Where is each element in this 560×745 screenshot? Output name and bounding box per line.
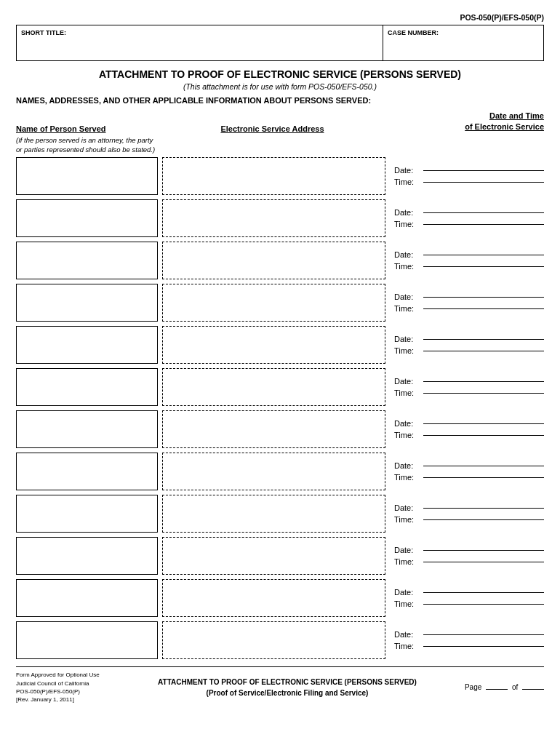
address-cell[interactable] xyxy=(162,368,385,406)
approved-label: Form Approved for Optional Use xyxy=(16,671,125,679)
address-cell[interactable] xyxy=(162,410,385,448)
time-underline[interactable] xyxy=(423,562,544,562)
table-row: Date: Time: xyxy=(16,410,544,448)
name-cell[interactable] xyxy=(16,453,158,490)
time-line: Time: xyxy=(394,557,544,566)
table-row: Date: Time: xyxy=(16,284,544,322)
date-label: Date: xyxy=(394,630,420,639)
page-number-underline xyxy=(486,689,508,690)
time-label: Time: xyxy=(394,557,420,566)
date-line: Date: xyxy=(394,292,544,301)
address-cell[interactable] xyxy=(162,284,385,322)
date-underline[interactable] xyxy=(423,381,544,382)
address-cell[interactable] xyxy=(162,453,385,490)
date-line: Date: xyxy=(394,503,544,512)
time-underline[interactable] xyxy=(423,351,544,351)
time-line: Time: xyxy=(394,599,544,608)
datetime-cell: Date: Time: xyxy=(391,453,544,490)
date-label: Date: xyxy=(394,250,420,259)
name-cell[interactable] xyxy=(16,284,158,322)
total-pages-underline xyxy=(522,689,544,690)
date-line: Date: xyxy=(394,419,544,428)
name-cell[interactable] xyxy=(16,157,158,195)
time-underline[interactable] xyxy=(423,646,544,647)
italic-note: (If the person served is an attorney, th… xyxy=(16,136,158,155)
time-line: Time: xyxy=(394,346,544,355)
time-label: Time: xyxy=(394,178,420,186)
time-label: Time: xyxy=(394,346,420,355)
table-row: Date: Time: xyxy=(16,579,544,617)
table-row: Date: Time: xyxy=(16,453,544,490)
date-label: Date: xyxy=(394,292,420,301)
time-label: Time: xyxy=(394,389,420,397)
date-underline[interactable] xyxy=(423,212,544,213)
name-cell[interactable] xyxy=(16,242,158,279)
time-line: Time: xyxy=(394,642,544,650)
time-underline[interactable] xyxy=(423,435,544,436)
date-underline[interactable] xyxy=(423,297,544,298)
time-underline[interactable] xyxy=(423,604,544,605)
name-cell[interactable] xyxy=(16,621,158,659)
datetime-cell: Date: Time: xyxy=(391,410,544,448)
time-underline[interactable] xyxy=(423,182,544,183)
footer-center-block: ATTACHMENT TO PROOF OF ELECTRONIC SERVIC… xyxy=(125,677,449,698)
date-underline[interactable] xyxy=(423,466,544,466)
time-underline[interactable] xyxy=(423,477,544,478)
date-underline[interactable] xyxy=(423,634,544,635)
page-label: Page xyxy=(465,683,481,691)
address-column-header: Electronic Service Address xyxy=(158,124,391,133)
address-cell[interactable] xyxy=(162,537,385,575)
time-label: Time: xyxy=(394,304,420,313)
time-label: Time: xyxy=(394,599,420,608)
date-underline[interactable] xyxy=(423,339,544,340)
date-underline[interactable] xyxy=(423,508,544,509)
time-underline[interactable] xyxy=(423,393,544,394)
time-underline[interactable] xyxy=(423,266,544,267)
name-cell[interactable] xyxy=(16,537,158,575)
council-label: Judicial Council of California xyxy=(16,680,125,688)
name-cell[interactable] xyxy=(16,410,158,448)
table-row: Date: Time: xyxy=(16,368,544,406)
date-label: Date: xyxy=(394,166,420,175)
address-cell[interactable] xyxy=(162,157,385,195)
time-underline[interactable] xyxy=(423,519,544,520)
datetime-cell: Date: Time: xyxy=(391,326,544,364)
date-underline[interactable] xyxy=(423,255,544,255)
datetime-cell: Date: Time: xyxy=(391,242,544,279)
datetime-cell: Date: Time: xyxy=(391,368,544,406)
name-cell[interactable] xyxy=(16,326,158,364)
name-cell[interactable] xyxy=(16,495,158,533)
address-cell[interactable] xyxy=(162,326,385,364)
time-line: Time: xyxy=(394,220,544,228)
time-line: Time: xyxy=(394,473,544,482)
footer-form-code: POS-050(P)/EFS-050(P) xyxy=(16,688,125,696)
date-underline[interactable] xyxy=(423,423,544,424)
time-label: Time: xyxy=(394,431,420,439)
datetime-cell: Date: Time: xyxy=(391,495,544,533)
name-cell[interactable] xyxy=(16,579,158,617)
columns-header: Name of Person Served Electronic Service… xyxy=(16,111,544,135)
date-label: Date: xyxy=(394,377,420,386)
datetime-header-line2: of Electronic Service xyxy=(391,121,544,132)
date-label: Date: xyxy=(394,546,420,554)
time-line: Time: xyxy=(394,262,544,271)
time-underline[interactable] xyxy=(423,308,544,309)
time-line: Time: xyxy=(394,431,544,439)
date-underline[interactable] xyxy=(423,170,544,171)
date-underline[interactable] xyxy=(423,592,544,593)
time-underline[interactable] xyxy=(423,224,544,225)
header-box: SHORT TITLE: CASE NUMBER: xyxy=(16,25,544,61)
address-cell[interactable] xyxy=(162,621,385,659)
time-label: Time: xyxy=(394,515,420,524)
address-cell[interactable] xyxy=(162,495,385,533)
table-row: Date: Time: xyxy=(16,495,544,533)
name-cell[interactable] xyxy=(16,199,158,237)
table-row: Date: Time: xyxy=(16,242,544,279)
name-cell[interactable] xyxy=(16,368,158,406)
datetime-header-line1: Date and Time xyxy=(391,111,544,121)
address-cell[interactable] xyxy=(162,579,385,617)
date-underline[interactable] xyxy=(423,550,544,551)
address-cell[interactable] xyxy=(162,242,385,279)
date-line: Date: xyxy=(394,377,544,386)
address-cell[interactable] xyxy=(162,199,385,237)
